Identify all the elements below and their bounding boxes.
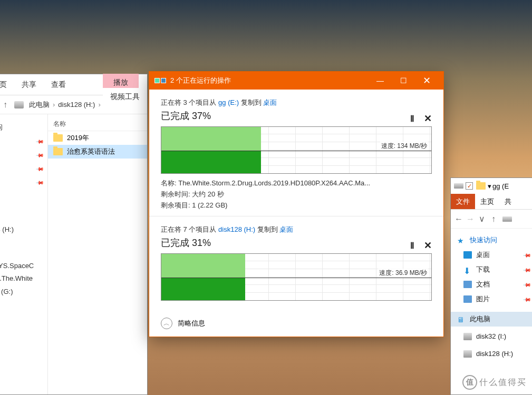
detail-items-remaining: 剩余项目: 1 (2.22 GB) bbox=[161, 200, 432, 211]
sidebar-drive[interactable]: E:) bbox=[0, 235, 47, 248]
sidebar-item-desktop[interactable]: 桌面📌 bbox=[451, 248, 532, 262]
pause-button[interactable]: ⅠⅠ bbox=[410, 114, 413, 124]
pc-icon: 🖥 bbox=[457, 315, 466, 323]
pin-icon: 📌 bbox=[36, 178, 44, 186]
sidebar-item-downloads[interactable]: ⬇下载📌 bbox=[451, 262, 532, 277]
progress-label: 已完成 37% bbox=[161, 110, 432, 122]
sidebar-drive[interactable]: disk128 (H:) bbox=[451, 347, 532, 360]
tab-video-tools[interactable]: 视频工具 bbox=[103, 88, 147, 106]
cancel-button[interactable]: ✕ bbox=[424, 113, 432, 124]
drive-icon bbox=[463, 350, 472, 358]
breadcrumb-path[interactable]: disk128 (H:) bbox=[56, 101, 97, 108]
nav-back-icon[interactable]: ← bbox=[453, 213, 465, 225]
sidebar-item-documents[interactable]: 文档📌 bbox=[451, 277, 532, 292]
dialog-footer: ︿ 简略信息 bbox=[149, 310, 443, 337]
pin-icon: 📌 bbox=[36, 137, 44, 145]
dialog-titlebar[interactable]: 2 个正在运行的操作 — ☐ ✕ bbox=[149, 72, 443, 90]
pin-icon: 📌 bbox=[523, 251, 531, 259]
close-button[interactable]: ✕ bbox=[415, 72, 438, 90]
checkbox-icon[interactable]: ✓ bbox=[466, 182, 473, 190]
sidebar-drive[interactable]: EM (G:) bbox=[0, 285, 47, 298]
sidebar-drive[interactable]: NSYS.SpaceC bbox=[0, 260, 47, 272]
sidebar-drive[interactable]: 毒2.The.White bbox=[0, 272, 47, 285]
progress-label: 已完成 31% bbox=[161, 236, 432, 249]
folder-icon bbox=[476, 182, 486, 190]
pause-button[interactable]: ⅠⅠ bbox=[410, 241, 413, 251]
cancel-button[interactable]: ✕ bbox=[424, 240, 432, 251]
speed-graph: 速度: 36.9 MB/秒 bbox=[161, 253, 432, 301]
file-list: 名称 2019年 治愈系英语语法 bbox=[48, 114, 147, 394]
sidebar-this-pc[interactable]: 🖥此电脑 bbox=[451, 312, 532, 327]
detail-filename: 名称: The.White.Storm.2.Drug.Lords.2019.HD… bbox=[161, 178, 432, 189]
document-icon bbox=[463, 281, 472, 288]
watermark: 值 什么值得买 bbox=[462, 375, 527, 390]
drive-icon bbox=[502, 216, 512, 222]
nav-up-icon[interactable]: ↑ bbox=[488, 213, 499, 225]
sidebar-item-desktop[interactable]: 面📌 bbox=[0, 134, 47, 148]
tab-home[interactable]: 主页 bbox=[475, 194, 499, 209]
copy-progress-dialog: 2 个正在运行的操作 — ☐ ✕ 正在将 3 个项目从 gg (E:) 复制到 … bbox=[149, 71, 444, 337]
folder-icon bbox=[53, 134, 63, 142]
breadcrumb-sep: › bbox=[52, 101, 56, 108]
sidebar-drive[interactable]: 01 bbox=[0, 248, 47, 260]
source-link[interactable]: gg (E:) bbox=[218, 98, 239, 106]
window-titlebar[interactable]: ✓ ▾ gg (E bbox=[451, 178, 532, 194]
watermark-text: 什么值得买 bbox=[479, 377, 527, 388]
dest-link[interactable]: 桌面 bbox=[279, 225, 293, 233]
nav-fwd-icon[interactable]: → bbox=[465, 213, 476, 225]
explorer-body: 访问 面📌 载📌 档📌 片📌 脑 (I:) 128 (H:) E:) 01 NS… bbox=[0, 114, 147, 394]
pin-icon: 📌 bbox=[523, 280, 531, 289]
pin-icon: 📌 bbox=[523, 295, 531, 303]
tab-share[interactable]: 共享 bbox=[14, 76, 44, 94]
ribbon-tabs: 文件 主页 共 bbox=[451, 194, 532, 210]
pin-icon: 📌 bbox=[36, 151, 44, 159]
tab-file[interactable]: 文件 bbox=[451, 194, 475, 209]
column-header-name[interactable]: 名称 bbox=[48, 117, 147, 131]
star-icon: ★ bbox=[457, 236, 466, 244]
sidebar: 访问 面📌 载📌 档📌 片📌 脑 (I:) 128 (H:) E:) 01 NS… bbox=[0, 114, 48, 394]
tab-view[interactable]: 查看 bbox=[44, 76, 73, 94]
operation-header: 正在将 7 个项目从 disk128 (H:) 复制到 桌面 bbox=[161, 225, 432, 234]
pin-icon: 📌 bbox=[523, 265, 531, 274]
sidebar-quick-access[interactable]: 访问 bbox=[0, 121, 47, 134]
maximize-button[interactable]: ☐ bbox=[392, 72, 415, 90]
sidebar: ★快速访问 桌面📌 ⬇下载📌 文档📌 图片📌 🖥此电脑 disk32 (I:) … bbox=[451, 229, 532, 362]
source-link[interactable]: disk128 (H:) bbox=[218, 225, 255, 233]
folder-icon bbox=[53, 148, 63, 155]
breadcrumb-root[interactable]: 此电脑 bbox=[27, 100, 52, 110]
operation-header: 正在将 3 个项目从 gg (E:) 复制到 桌面 bbox=[161, 98, 432, 107]
sidebar-item-pictures[interactable]: 片📌 bbox=[0, 175, 47, 189]
dest-link[interactable]: 桌面 bbox=[263, 98, 277, 106]
breadcrumb-sep: › bbox=[97, 101, 101, 108]
collapse-details-button[interactable]: ︿ bbox=[161, 318, 172, 329]
pin-icon: 📌 bbox=[36, 164, 44, 173]
file-row[interactable]: 治愈系英语语法 bbox=[48, 145, 147, 159]
speed-label: 速度: 134 MB/秒 bbox=[380, 142, 428, 151]
nav-up-icon[interactable]: ↑ bbox=[0, 99, 11, 111]
sidebar-item-pictures[interactable]: 图片📌 bbox=[451, 292, 532, 307]
tab-share[interactable]: 共 bbox=[499, 194, 517, 209]
download-icon: ⬇ bbox=[463, 266, 472, 273]
file-row[interactable]: 2019年 bbox=[48, 131, 147, 145]
speed-graph: 速度: 134 MB/秒 bbox=[161, 126, 432, 174]
drive-icon bbox=[454, 183, 463, 189]
sidebar-drive[interactable]: disk32 (I:) bbox=[451, 330, 532, 343]
tab-home[interactable]: 主页 bbox=[0, 76, 14, 94]
title-icon bbox=[154, 78, 166, 83]
picture-icon bbox=[463, 295, 472, 303]
sidebar-item-downloads[interactable]: 载📌 bbox=[0, 148, 47, 162]
detail-time-remaining: 剩余时间: 大约 20 秒 bbox=[161, 189, 432, 200]
drive-icon bbox=[463, 333, 472, 340]
sidebar-drive[interactable]: 128 (H:) bbox=[0, 223, 47, 235]
operation-details: 名称: The.White.Storm.2.Drug.Lords.2019.HD… bbox=[161, 178, 432, 211]
sidebar-quick-access[interactable]: ★快速访问 bbox=[451, 233, 532, 248]
nav-history-icon[interactable]: ∨ bbox=[476, 213, 488, 225]
sidebar-drive[interactable]: (I:) bbox=[0, 211, 47, 223]
drive-icon bbox=[14, 101, 24, 108]
watermark-icon: 值 bbox=[462, 375, 477, 390]
sidebar-this-pc[interactable]: 脑 bbox=[0, 197, 47, 211]
sidebar-drive[interactable]: OT bbox=[0, 298, 47, 310]
minimize-button[interactable]: — bbox=[369, 72, 392, 90]
sidebar-item-documents[interactable]: 档📌 bbox=[0, 162, 47, 175]
copy-operation-2: 正在将 7 个项目从 disk128 (H:) 复制到 桌面 已完成 31% Ⅰ… bbox=[149, 216, 443, 310]
